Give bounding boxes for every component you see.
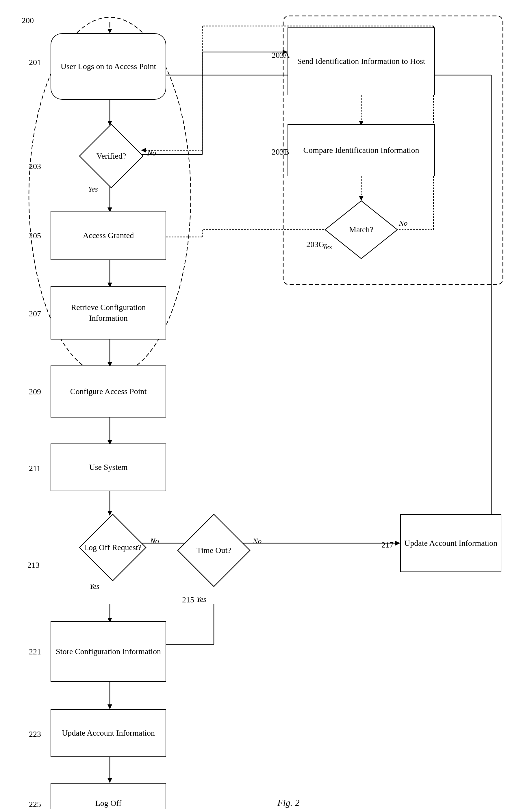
svg-marker-33 <box>107 704 112 709</box>
ref-201: 201 <box>29 58 41 67</box>
update-account-right-box: Update Account Information <box>400 514 501 572</box>
time-out-diamond: Time Out? <box>176 513 252 588</box>
time-out-no-label: No <box>253 537 261 546</box>
time-out-yes-label: Yes <box>196 595 206 604</box>
ref-203B: 203B <box>272 148 289 157</box>
log-off-box: Log Off <box>51 783 166 809</box>
ref-221: 221 <box>29 647 41 656</box>
update-account-bottom-box: Update Account Information <box>51 709 166 757</box>
svg-marker-22 <box>395 541 400 546</box>
ref-225: 225 <box>29 800 41 809</box>
verified-yes-label: Yes <box>88 185 98 194</box>
figure-label: Fig. 2 <box>277 797 299 808</box>
ref-203: 203 <box>29 162 41 171</box>
ref-203A: 203A <box>272 51 290 60</box>
ref-213: 213 <box>28 561 39 570</box>
use-system-box: Use System <box>51 444 166 491</box>
log-off-no-label: No <box>150 537 159 546</box>
send-id-box: Send Identification Information to Host <box>288 28 435 95</box>
svg-marker-2 <box>107 29 112 33</box>
ref-217: 217 <box>381 540 394 550</box>
log-off-yes-label: Yes <box>90 582 99 591</box>
ref-205: 205 <box>29 231 41 240</box>
store-config-box: Store Configuration Information <box>51 621 166 682</box>
configure-ap-box: Configure Access Point <box>51 365 166 417</box>
access-granted-box: Access Granted <box>51 211 166 260</box>
flowchart-diagram: 200 <box>0 0 532 809</box>
ref-215: 215 <box>182 595 194 604</box>
ref-203C: 203C <box>306 240 324 249</box>
match-yes-label: Yes <box>322 243 332 252</box>
ref-223: 223 <box>29 729 41 739</box>
diagram-ref-200: 200 <box>22 16 34 25</box>
retrieve-config-box: Retrieve Configuration Information <box>51 286 166 340</box>
ref-207: 207 <box>29 309 41 319</box>
ref-211: 211 <box>29 464 41 473</box>
ref-209: 209 <box>29 387 41 396</box>
log-off-request-diamond: Log Off Request? <box>78 513 148 582</box>
match-no-label: No <box>399 219 408 228</box>
user-logs-on-box: User Logs on to Access Point <box>51 33 166 100</box>
svg-marker-35 <box>107 778 112 783</box>
verified-no-label: No <box>148 149 156 157</box>
verified-diamond: Verified? <box>78 123 144 189</box>
match-diamond: Match? <box>324 199 399 260</box>
compare-id-box: Compare Identification Information <box>288 124 435 176</box>
